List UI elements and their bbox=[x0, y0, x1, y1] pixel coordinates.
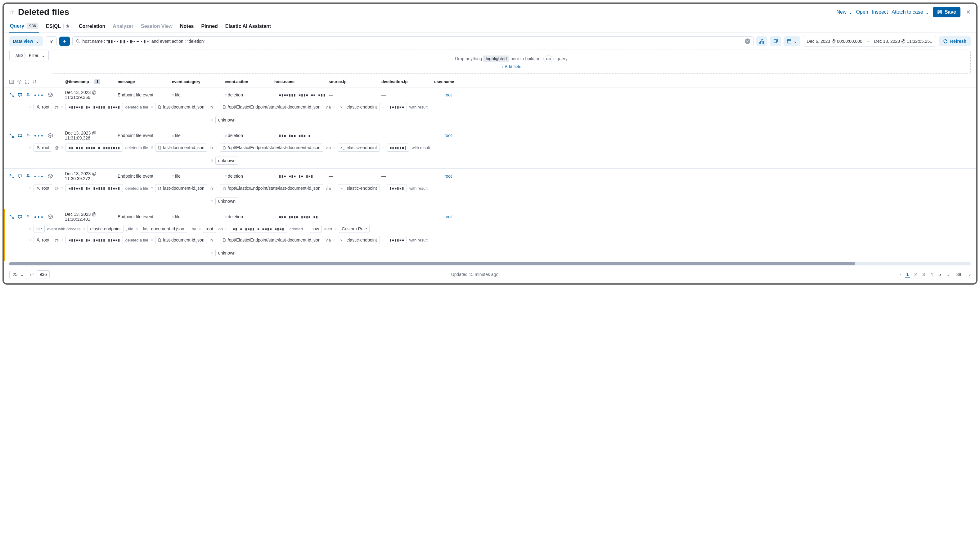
prev-page-icon[interactable]: ‹ bbox=[900, 272, 902, 277]
pin-icon[interactable] bbox=[26, 133, 30, 138]
new-menu[interactable]: New⌄ bbox=[836, 9, 852, 15]
filename-token[interactable]: last-document-id.json bbox=[155, 184, 207, 192]
tab-query[interactable]: Query936 bbox=[9, 21, 39, 33]
severity-token[interactable]: low bbox=[310, 225, 322, 233]
and-filter-group[interactable]: AND Filter ⌄ bbox=[9, 50, 49, 62]
cell-user[interactable]: root bbox=[433, 173, 453, 179]
analyze-icon[interactable] bbox=[48, 174, 53, 179]
tab-esql[interactable]: ES|QL⚗ bbox=[45, 21, 72, 33]
comment-icon[interactable] bbox=[18, 93, 22, 97]
filename-token[interactable]: last-document-id.json bbox=[155, 236, 207, 244]
process-token[interactable]: elastic-endpoint bbox=[88, 225, 124, 233]
host-token[interactable]: ▪▮▮▪▪▮ ▮▪ ▮▪▮▮▮ ▮▮▪▪▮ bbox=[65, 103, 123, 111]
tab-pinned[interactable]: Pinned bbox=[200, 21, 218, 32]
analyze-icon[interactable] bbox=[48, 133, 53, 138]
user-token[interactable]: root bbox=[33, 103, 52, 111]
process-token[interactable]: >_elastic-endpoint bbox=[337, 236, 380, 244]
col-message[interactable]: message bbox=[116, 78, 171, 86]
add-field-link[interactable]: + Add field bbox=[501, 64, 522, 69]
result-token[interactable]: unknown bbox=[215, 157, 238, 165]
host-token[interactable]: ▪▮▮▪▪▮ ▮▪ ▮▪▮▮▮ ▮▮▪▪▮ bbox=[65, 236, 123, 244]
columns-icon[interactable] bbox=[9, 79, 14, 84]
filepath-token[interactable]: /opt/Elastic/Endpoint/state/last-documen… bbox=[220, 144, 323, 152]
result-token[interactable]: unknown bbox=[215, 197, 238, 205]
col-event-action[interactable]: event.action bbox=[223, 78, 273, 86]
page-2[interactable]: 2 bbox=[913, 271, 918, 277]
comment-icon[interactable] bbox=[18, 214, 22, 219]
analyze-icon[interactable] bbox=[48, 214, 53, 219]
comment-icon[interactable] bbox=[18, 174, 22, 179]
cell-user[interactable]: root bbox=[433, 92, 453, 98]
fullscreen-icon[interactable] bbox=[25, 79, 29, 84]
filename-token[interactable]: last-document-id.json bbox=[140, 225, 187, 233]
host-token[interactable]: ▪▮ ▪ ▮▪▮▮ ▪ ▪▪▮▪ ▪▮▪▮ bbox=[230, 225, 287, 233]
hash-token[interactable]: ▮▪▪▮▪▮ bbox=[387, 184, 407, 192]
page-1[interactable]: 1 bbox=[905, 271, 910, 278]
filename-token[interactable]: last-document-id.json bbox=[155, 144, 207, 152]
attach-to-case-menu[interactable]: Attach to case⌄ bbox=[892, 9, 929, 15]
rule-token[interactable]: Custom Rule bbox=[339, 225, 370, 233]
horizontal-scrollbar[interactable] bbox=[9, 262, 971, 265]
hash-token[interactable]: ▪▮▪▮▮▪| bbox=[387, 144, 410, 152]
user-token[interactable]: root bbox=[33, 184, 52, 192]
col-source-ip[interactable]: source.ip bbox=[328, 78, 380, 86]
add-filter-button[interactable] bbox=[59, 36, 70, 46]
filepath-token[interactable]: /opt/Elastic/Endpoint/state/last-documen… bbox=[220, 236, 323, 244]
col-event-category[interactable]: event.category bbox=[171, 78, 223, 86]
cell-host[interactable]: ⠿ ▮▮▪ ▪▮▪ ▮▪ ▮▪▮ bbox=[273, 173, 328, 179]
scrollbar-thumb[interactable] bbox=[9, 262, 855, 265]
host-token[interactable]: ▪▮▮▪▪▮ ▮▪ ▮▪▮▮▮ ▮▮▪▪▮ bbox=[65, 184, 123, 192]
save-button[interactable]: Save bbox=[933, 7, 961, 17]
user-token[interactable]: root bbox=[33, 144, 52, 152]
favorite-star-icon[interactable]: ☆ bbox=[9, 9, 14, 16]
query-dropzone[interactable]: Drop anything highlighted here to build … bbox=[52, 50, 971, 74]
refresh-button[interactable]: Refresh bbox=[939, 36, 971, 46]
more-actions-icon[interactable]: ∘∘∘ bbox=[34, 92, 44, 97]
cell-host[interactable]: ⠿ ▪▮▪▪▮▮▮ ▪▮▮▪ ▪▪ ▪▮▮ bbox=[273, 92, 328, 98]
comment-icon[interactable] bbox=[18, 133, 22, 138]
calendar-button[interactable]: ⌄ bbox=[784, 36, 800, 46]
inspect-link[interactable]: Inspect bbox=[872, 9, 888, 15]
page-3[interactable]: 3 bbox=[921, 271, 926, 277]
col-user-name[interactable]: user.name bbox=[433, 78, 453, 86]
date-range[interactable]: Dec 6, 2023 @ 00:00:00.000 → Dec 13, 202… bbox=[803, 36, 936, 46]
sort-icon[interactable] bbox=[33, 79, 37, 84]
pin-icon[interactable] bbox=[26, 214, 30, 219]
user-token[interactable]: root bbox=[203, 225, 216, 233]
col-timestamp[interactable]: @timestamp ↓ 1 bbox=[64, 78, 116, 86]
next-page-icon[interactable]: › bbox=[969, 272, 971, 277]
expand-icon[interactable] bbox=[9, 93, 14, 97]
pin-icon[interactable] bbox=[26, 93, 30, 97]
tab-ai-assistant[interactable]: Elastic AI Assistant bbox=[225, 21, 272, 32]
result-token[interactable]: unknown bbox=[215, 249, 238, 257]
expand-icon[interactable] bbox=[9, 174, 14, 179]
pin-icon[interactable] bbox=[26, 174, 30, 179]
tab-correlation[interactable]: Correlation bbox=[78, 21, 106, 32]
tree-view-button[interactable] bbox=[756, 36, 767, 46]
filepath-token[interactable]: /opt/Elastic/Endpoint/state/last-documen… bbox=[220, 184, 323, 192]
host-token[interactable]: ▪▮ ▪▮▮ ▮▪▮▪ ▪ ▮▪▮▮▪▮▮ bbox=[65, 144, 123, 152]
hash-token[interactable]: ▮▪▮▮▪▪ bbox=[387, 236, 407, 244]
cell-user[interactable]: root bbox=[433, 132, 453, 139]
user-token[interactable]: root bbox=[33, 236, 52, 244]
cell-host[interactable]: ⠿ ▮▮▪ ▮▪▪ ▪▮▪ ▪ bbox=[273, 132, 328, 139]
process-token[interactable]: >_elastic-endpoint bbox=[337, 144, 380, 152]
more-actions-icon[interactable]: ∘∘∘ bbox=[34, 174, 44, 179]
expand-icon[interactable] bbox=[9, 133, 14, 138]
result-token[interactable]: unknown bbox=[215, 116, 238, 124]
more-actions-icon[interactable]: ∘∘∘ bbox=[34, 133, 44, 138]
more-actions-icon[interactable]: ∘∘∘ bbox=[34, 214, 44, 219]
copy-query-button[interactable] bbox=[770, 36, 781, 46]
col-host-name[interactable]: host.name bbox=[273, 78, 328, 86]
tab-notes[interactable]: Notes bbox=[179, 21, 194, 32]
cell-user[interactable]: root bbox=[433, 214, 453, 220]
page-4[interactable]: 4 bbox=[929, 271, 934, 277]
filename-token[interactable]: last-document-id.json bbox=[155, 103, 207, 111]
open-link[interactable]: Open bbox=[856, 9, 868, 15]
cell-host[interactable]: ⠿ ▪▪▪ ▮▪▮▪ ▮▪▮▪ ▪▮ bbox=[273, 214, 328, 220]
filter-icon-button[interactable] bbox=[46, 36, 57, 46]
expand-icon[interactable] bbox=[9, 214, 14, 219]
data-view-selector[interactable]: Data view⌄ bbox=[9, 36, 43, 46]
close-icon[interactable]: ✕ bbox=[966, 9, 971, 16]
query-input[interactable]: host.name : "▮▮ ▪ ▪ ▮ ▮ ▪ ▮▪▪ ▪▪ ▪ ▮ ▪" … bbox=[72, 36, 754, 46]
